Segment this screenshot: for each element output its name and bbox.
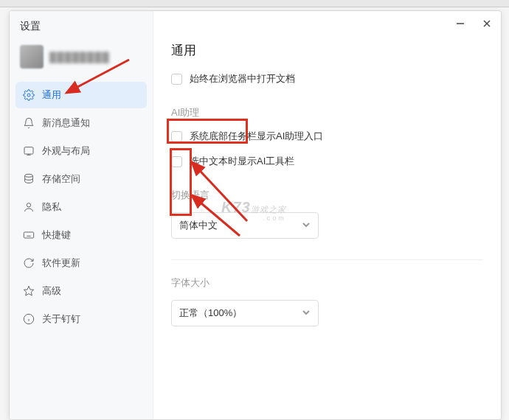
sidebar-item-label: 存储空间 [42, 172, 80, 186]
gear-icon [23, 89, 35, 101]
sidebar-item-advanced[interactable]: 高级 [15, 278, 147, 304]
section-font: 字体大小 正常（100%） [171, 276, 483, 326]
window-title: 设置 [10, 11, 153, 39]
ai-text-toolbar-row: 选中文本时显示AI工具栏 [171, 155, 483, 168]
svg-point-0 [27, 94, 30, 97]
sidebar-item-label: 外观与布局 [42, 144, 90, 158]
open-in-browser-row: 始终在浏览器中打开文档 [171, 72, 483, 85]
sidebar-item-label: 高级 [42, 284, 61, 298]
star-icon [23, 285, 35, 297]
sidebar-item-shortcuts[interactable]: 快捷键 [15, 222, 147, 248]
person-icon [23, 201, 35, 213]
sidebar-item-label: 关于钉钉 [42, 312, 80, 326]
open-in-browser-checkbox[interactable] [171, 74, 182, 85]
sidebar-item-notification[interactable]: 新消息通知 [15, 110, 147, 136]
chevron-down-icon [302, 308, 311, 319]
svg-rect-4 [24, 232, 33, 238]
ai-taskbar-label: 系统底部任务栏显示AI助理入口 [190, 130, 323, 143]
font-section-title: 字体大小 [171, 276, 483, 290]
section-general-top: 始终在浏览器中打开文档 [171, 72, 483, 85]
ai-taskbar-row: 系统底部任务栏显示AI助理入口 [171, 130, 483, 143]
sidebar-item-label: 软件更新 [42, 256, 80, 270]
refresh-icon [23, 257, 35, 269]
language-section-title: 切换语言 [171, 189, 483, 202]
settings-window: 设置 ████████ 通用 新消息通知 外观 [9, 10, 502, 420]
open-in-browser-label: 始终在浏览器中打开文档 [190, 72, 295, 85]
ai-text-toolbar-label: 选中文本时显示AI工具栏 [190, 155, 294, 168]
section-language: 切换语言 简体中文 [171, 189, 483, 239]
sidebar-item-general[interactable]: 通用 [15, 82, 147, 108]
ai-text-toolbar-checkbox[interactable] [171, 156, 182, 167]
language-value: 简体中文 [179, 219, 218, 232]
background-toolbar-remnant [0, 0, 509, 7]
chevron-down-icon [302, 220, 311, 231]
divider [171, 259, 483, 260]
page-title: 通用 [171, 11, 483, 72]
sidebar-item-appearance[interactable]: 外观与布局 [15, 138, 147, 164]
close-button[interactable] [480, 17, 494, 30]
keyboard-icon [23, 229, 35, 241]
ai-taskbar-checkbox[interactable] [171, 131, 182, 142]
section-ai: AI助理 系统底部任务栏显示AI助理入口 选中文本时显示AI工具栏 [171, 106, 483, 168]
database-icon [23, 173, 35, 185]
svg-point-3 [27, 203, 30, 207]
sidebar-item-storage[interactable]: 存储空间 [15, 166, 147, 192]
user-display-name: ████████ [49, 52, 110, 63]
sidebar: 设置 ████████ 通用 新消息通知 外观 [10, 11, 153, 419]
ai-section-title: AI助理 [171, 106, 483, 119]
font-size-select[interactable]: 正常（100%） [171, 300, 319, 326]
sidebar-nav: 通用 新消息通知 外观与布局 存储空间 [10, 79, 153, 335]
palette-icon [23, 145, 35, 157]
minimize-button[interactable] [454, 17, 467, 30]
sidebar-item-label: 快捷键 [42, 228, 71, 242]
main-panel: 通用 始终在浏览器中打开文档 AI助理 系统底部任务栏显示AI助理入口 选中文本… [153, 11, 501, 419]
sidebar-item-label: 新消息通知 [42, 116, 90, 130]
sidebar-item-label: 隐私 [42, 200, 61, 214]
window-controls [454, 17, 494, 30]
bell-icon [23, 117, 35, 129]
avatar [20, 45, 44, 69]
svg-point-2 [25, 174, 33, 177]
sidebar-item-update[interactable]: 软件更新 [15, 250, 147, 276]
svg-rect-1 [24, 147, 33, 154]
font-value: 正常（100%） [179, 307, 242, 320]
svg-marker-5 [24, 286, 33, 295]
language-select[interactable]: 简体中文 [171, 212, 319, 239]
user-block[interactable]: ████████ [10, 39, 153, 79]
sidebar-item-about[interactable]: 关于钉钉 [15, 306, 147, 332]
sidebar-item-label: 通用 [42, 88, 61, 102]
info-icon [23, 313, 35, 325]
sidebar-item-privacy[interactable]: 隐私 [15, 194, 147, 220]
